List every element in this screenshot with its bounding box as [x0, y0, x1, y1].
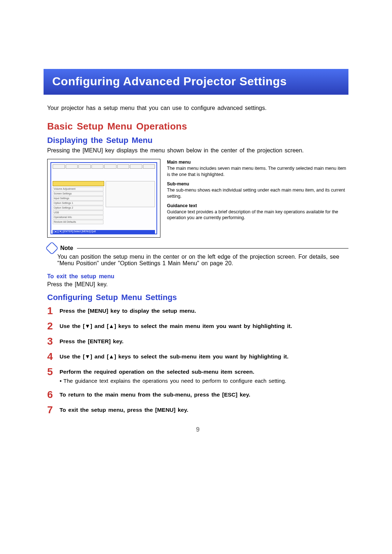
step-subtext: The guidance text explains the operation… [60, 377, 348, 385]
page-title: Configuring Advanced Projector Settings [44, 69, 348, 95]
list-item: Restore All Defaults [53, 220, 103, 224]
callout-title: Sub-menu [167, 181, 348, 186]
step-text: Press the [MENU] key to display the setu… [60, 305, 348, 316]
step-text: To return to the main menu from the sub-… [60, 389, 348, 400]
list-item: Option Settings 1 [53, 201, 103, 205]
figure-row: Volume Adjustment Screen Settings Input … [47, 159, 348, 238]
exit-heading: To exit the setup menu [47, 273, 348, 280]
step-number: 2 [47, 320, 60, 331]
callouts: Main menu The main menu includes seven m… [160, 159, 348, 238]
main-menu-list: Volume Adjustment Screen Settings Input … [53, 187, 103, 225]
callout-title: Main menu [167, 160, 348, 165]
step-text: To exit the setup menu, press the [MENU]… [60, 404, 348, 415]
note-label: Note [60, 245, 73, 251]
section-configuring-settings: Configuring Setup Menu Settings [47, 293, 348, 302]
steps-list: 1 Press the [MENU] key to display the se… [47, 305, 348, 415]
step-text: Use the [▼] and [▲] keys to select the s… [60, 351, 348, 362]
note-icon [45, 242, 59, 255]
note-text: You can position the setup menu in the c… [57, 254, 348, 267]
step-number: 1 [47, 305, 60, 316]
step-number: 5 [47, 366, 60, 385]
intro-text: Your projector has a setup menu that you… [47, 105, 348, 111]
exit-text: Press the [MENU] key. [47, 281, 348, 288]
step-number: 7 [47, 404, 60, 415]
list-item: USB [53, 210, 103, 215]
callout-body: The main menu includes seven main menu i… [167, 165, 348, 178]
highlighted-main-menu-item [53, 181, 104, 186]
list-item: Input Settings [53, 196, 103, 201]
step-text: Press the [ENTER] key. [60, 336, 348, 346]
callout-title: Guidance text [167, 203, 348, 208]
subsection-display-menu: Displaying the Setup Menu [47, 136, 348, 145]
menu-screenshot: Volume Adjustment Screen Settings Input … [47, 159, 160, 238]
step-text: Perform the required operation on the se… [60, 366, 348, 385]
list-item: Option Settings 2 [53, 206, 103, 210]
step-number: 4 [47, 351, 60, 362]
callout-body: The sub-menu shows each individual setti… [167, 187, 348, 200]
sub-menu-panel [106, 181, 155, 207]
note-block: Note You can position the setup menu in … [47, 245, 348, 267]
section-basic-setup: Basic Setup Menu Operations [47, 121, 348, 132]
display-menu-para: Pressing the [MENU] key displays the men… [47, 147, 348, 154]
step-number: 6 [47, 389, 60, 400]
step-number: 3 [47, 336, 60, 346]
page-number: 9 [47, 426, 348, 434]
list-item: Volume Adjustment [53, 187, 103, 191]
list-item: Screen Settings [53, 192, 103, 196]
guidance-bar: [▲] [▼] [ENTER]:Select [MENU]:Quit [53, 230, 155, 234]
callout-body: Guidance text provides a brief descripti… [167, 209, 348, 221]
step-text: Use the [▼] and [▲] keys to select the m… [60, 320, 348, 331]
list-item: Operational Info [53, 215, 103, 219]
